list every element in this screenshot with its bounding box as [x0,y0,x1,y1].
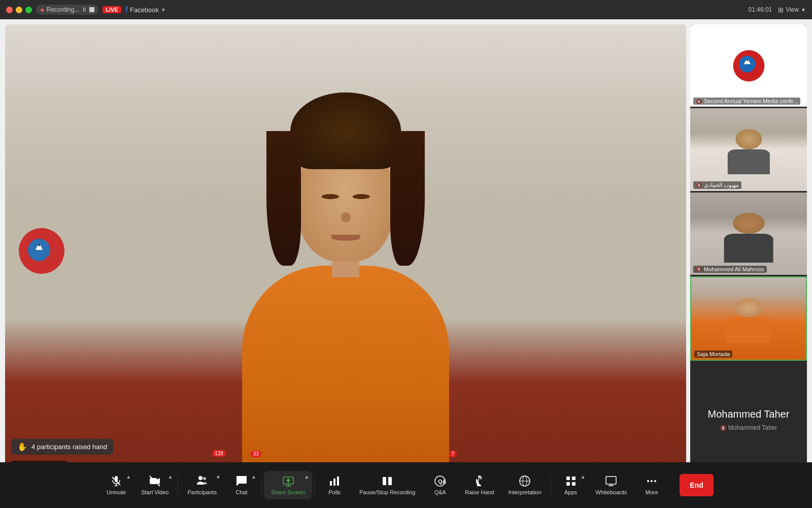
pause-recording-button[interactable]: Pause/Stop Recording [352,471,422,499]
whiteboards-icon [605,475,617,487]
more-icon [646,475,658,487]
raise-hand-button[interactable]: Raise Hand [458,471,501,499]
microphone-icon [110,475,122,487]
participants-chevron[interactable]: ▲ [216,473,221,479]
person-hair-top [290,92,401,170]
clock: 01:46:01 [749,6,772,13]
participant-thumb-saja[interactable]: Saja Mortada [690,276,807,361]
participants-panel: 🔇 Second Annual Yemeni Media confe... 🔇 … [690,24,807,478]
unmute-chevron[interactable]: ▲ [126,474,131,480]
mahiboob-mic-icon: 🔇 [696,182,702,188]
start-video-button[interactable]: ▲ Start Video [134,471,176,499]
apps-chevron[interactable]: ▲ [581,474,586,480]
participants-icon [196,474,208,487]
svg-point-40 [647,480,649,482]
participants-button[interactable]: ▲ Participants 128 [180,470,223,500]
svg-point-41 [651,480,653,482]
maximize-button[interactable] [25,7,32,13]
nose [341,212,350,222]
video-chevron[interactable]: ▲ [168,474,173,480]
participants-label: Participants [187,489,216,495]
chat-badge: 33 [251,451,261,457]
recording-badge: ● Recording... ⏸ [36,5,98,15]
raise-hand-label: Raise Hand [465,489,494,495]
mahiboob-torso [728,149,770,174]
person-hair-left [266,131,301,266]
pause-recording-icon [381,475,393,487]
mahiboob-head [735,129,762,149]
toolbar: ▲ Unmute ▲ Start Video ▲ Par [0,462,812,508]
raised-hand-notification: ✋ 4 participants raised hand [11,439,113,455]
apps-icon [565,475,577,487]
chat-label: Chat [235,489,247,495]
svg-text:Q&A: Q&A [438,479,446,485]
svg-point-42 [654,480,656,482]
mt-name-main: Mohammed Taher [708,408,790,420]
view-button[interactable]: ⊞ View ▼ [778,6,806,14]
recording-label: Recording... [46,6,79,13]
whiteboards-label: Whiteboards [596,489,627,495]
minimize-button[interactable] [16,7,22,13]
svg-rect-25 [383,477,386,485]
mohammed-ali-mic-icon: 🔇 [696,266,702,272]
mohammed-ali-figure [720,213,778,262]
qa-badge: 7 [449,451,457,457]
person-hair-right [390,131,425,266]
interpretation-button[interactable]: Interpretation [501,471,549,499]
raise-hand-icon [473,475,486,487]
pause-recording-label: Pause/Stop Recording [359,489,415,495]
participant-thumb-conf[interactable]: 🔇 Second Annual Yemeni Media confe... [690,24,807,107]
mahiboob-figure [722,129,775,174]
divider-4 [551,475,551,495]
main-person-container [173,92,518,478]
person-shirt [242,266,449,478]
share-screen-button[interactable]: ▲ Share Screen [264,471,312,499]
unmute-button[interactable]: ▲ Unmute [98,471,134,499]
close-button[interactable] [6,7,13,13]
participant-thumb-mahiboob[interactable]: 🔇 مهيوب الحمادي [690,108,807,190]
svg-point-16 [198,476,202,480]
share-chevron[interactable]: ▲ [304,474,309,480]
polls-button[interactable]: Polls [317,471,352,499]
titlebar-right: 01:46:01 ⊞ View ▼ [749,6,806,14]
left-eye [321,194,339,199]
apps-label: Apps [564,489,577,495]
conf-logo-mini [731,48,766,83]
start-video-label: Start Video [141,489,168,495]
interpretation-icon [519,475,531,487]
svg-point-17 [203,477,206,480]
svg-rect-34 [572,477,576,480]
apps-button[interactable]: ▲ Apps [553,471,589,499]
chat-button[interactable]: ▲ 33 Chat [224,471,259,499]
qa-label: Q&A [434,489,446,495]
end-button[interactable]: End [680,474,713,496]
conf-mic-off-icon: 🔇 [696,99,702,104]
right-eye [352,194,369,199]
divider-1 [178,475,178,495]
whiteboards-button[interactable]: Whiteboards [589,471,634,499]
participant-thumb-mohammed-ali[interactable]: 🔇 Mohammed Ali Mahroos [690,193,807,275]
conference-logo-svg [21,231,62,271]
title-bar: ● Recording... ⏸ LIVE f Facebook ▼ 01:46… [0,0,812,19]
conference-logo-overlay [19,228,64,274]
conf-logo-mini-svg [732,49,765,82]
facebook-label[interactable]: f Facebook ▼ [125,5,166,14]
saja-torso [727,317,770,343]
svg-rect-24 [337,477,339,486]
more-button[interactable]: More [634,471,669,499]
share-screen-icon [282,475,294,487]
share-screen-label: Share Screen [271,489,305,495]
polls-icon [328,475,341,487]
interpretation-label: Interpretation [509,489,542,495]
saja-figure [723,298,774,343]
qa-button[interactable]: Q&A 7 Q&A [422,471,458,499]
chat-chevron[interactable]: ▲ [251,474,256,480]
svg-rect-35 [566,482,570,486]
divider-3 [314,475,315,495]
mahiboob-name: 🔇 مهيوب الحمادي [693,181,741,189]
more-label: More [646,489,658,495]
conf-thumb-name: 🔇 Second Annual Yemeni Media confe... [693,98,800,105]
divider-2 [261,475,262,495]
svg-rect-23 [333,479,335,486]
window-controls[interactable] [6,7,32,13]
